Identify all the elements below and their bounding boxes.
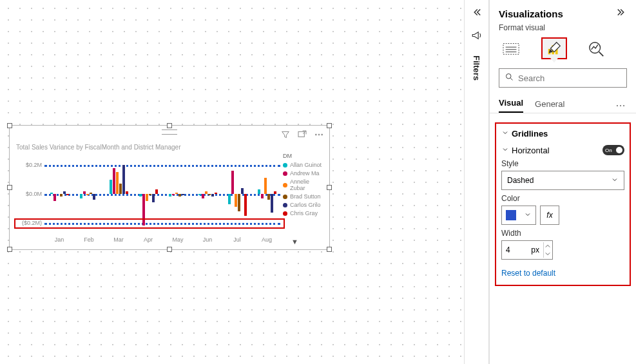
chart-bar[interactable]	[116, 172, 119, 194]
resize-handle[interactable]	[167, 247, 172, 252]
legend-item[interactable]: Carlos Grilo	[283, 202, 325, 208]
chart-bar[interactable]	[142, 194, 145, 225]
chevron-down-icon	[524, 209, 532, 221]
y-tick-label: $0.0M	[19, 191, 42, 197]
svg-point-3	[322, 134, 323, 135]
chart-bar[interactable]	[175, 193, 178, 194]
legend-item[interactable]: Allan Guinot	[283, 162, 325, 168]
format-visual-tab[interactable]	[541, 37, 567, 59]
chevron-down-icon[interactable]	[501, 146, 509, 155]
color-label: Color	[501, 194, 624, 203]
legend-item[interactable]: Brad Sutton	[283, 193, 325, 200]
chart-plot-area: ($0.2M)$0.0M$0.2M JanFebMarAprMayJunJulA…	[44, 158, 280, 233]
width-unit: px	[531, 245, 539, 254]
filters-label[interactable]: Filters	[472, 55, 481, 81]
chart-bar[interactable]	[93, 194, 95, 200]
spinner-down-icon[interactable]	[544, 250, 551, 258]
chart-bar[interactable]	[50, 193, 53, 194]
chart-bar[interactable]	[53, 194, 56, 201]
style-dropdown[interactable]: Dashed	[501, 171, 624, 190]
chart-bar[interactable]	[66, 194, 69, 195]
drag-grip-icon[interactable]	[162, 129, 177, 135]
chart-bar[interactable]	[208, 194, 211, 195]
chart-bar[interactable]	[205, 191, 207, 194]
megaphone-icon[interactable]	[471, 30, 483, 44]
resize-handle[interactable]	[7, 123, 12, 128]
chart-bar[interactable]	[244, 194, 247, 216]
chart-bar[interactable]	[63, 191, 66, 194]
chart-bar[interactable]	[198, 194, 201, 195]
tab-more-icon[interactable]: …	[615, 97, 627, 113]
chart-bar[interactable]	[228, 194, 231, 204]
x-tick-label: Feb	[84, 236, 94, 243]
chart-bar[interactable]	[113, 168, 115, 194]
search-input[interactable]	[518, 73, 626, 83]
chart-bar[interactable]	[146, 194, 148, 201]
chart-bar[interactable]	[231, 171, 234, 194]
visual-container[interactable]: Total Sales Variance by FiscalMonth and …	[9, 125, 330, 250]
chart-bar[interactable]	[261, 194, 264, 198]
resize-handle[interactable]	[7, 185, 12, 190]
chart-bar[interactable]	[267, 194, 270, 200]
chart-bar[interactable]	[264, 178, 267, 194]
legend-label: Brad Sutton	[290, 193, 321, 200]
resize-handle[interactable]	[7, 247, 12, 252]
horizontal-toggle[interactable]: On	[602, 145, 624, 155]
chart-bar[interactable]	[238, 194, 240, 211]
fx-button[interactable]: fx	[540, 206, 559, 225]
chart-bar[interactable]	[235, 194, 237, 207]
legend-item[interactable]: Chris Gray	[283, 210, 325, 216]
width-spinner[interactable]: 4 px	[501, 240, 553, 260]
gridlines-title: Gridlines	[512, 129, 548, 139]
chart-bar[interactable]	[274, 191, 276, 194]
chart-bar[interactable]	[211, 194, 214, 196]
resize-handle[interactable]	[327, 247, 332, 252]
expand-chevron-icon[interactable]	[471, 6, 483, 21]
tab-general[interactable]: General	[535, 95, 564, 113]
chart-bar[interactable]	[169, 194, 171, 196]
chart-bar[interactable]	[86, 194, 89, 195]
filter-icon[interactable]	[280, 129, 291, 142]
chart-bar[interactable]	[155, 189, 158, 194]
chart-bar[interactable]	[172, 194, 175, 195]
spinner-up-icon[interactable]	[544, 242, 551, 250]
more-options-icon[interactable]	[314, 129, 324, 142]
gridlines-section: Gridlines Horizontal On Style Dashed Col…	[495, 122, 631, 286]
chart-bar[interactable]	[119, 184, 122, 194]
chart-bar[interactable]	[139, 194, 142, 196]
chart-bar[interactable]	[178, 194, 181, 196]
chart-bar[interactable]	[258, 189, 260, 194]
chevron-down-icon[interactable]	[501, 129, 509, 139]
svg-point-13	[506, 73, 512, 79]
chart-bar[interactable]	[215, 193, 217, 194]
chart-bar[interactable]	[149, 194, 151, 195]
resize-handle[interactable]	[327, 123, 332, 128]
chart-bar[interactable]	[202, 194, 204, 198]
chart-bar[interactable]	[271, 194, 273, 213]
legend-pager-icon[interactable]: ▼	[291, 238, 298, 245]
chart-bar[interactable]	[110, 180, 112, 194]
collapse-chevron-icon[interactable]	[615, 6, 627, 21]
chart-bar[interactable]	[90, 193, 92, 194]
legend-item[interactable]: Annelie Zubar	[283, 178, 325, 191]
chart-bar[interactable]	[182, 194, 184, 195]
chart-bar[interactable]	[241, 188, 244, 194]
analytics-tab[interactable]	[584, 37, 610, 59]
focus-mode-icon[interactable]	[297, 129, 307, 142]
chart-bar[interactable]	[152, 194, 155, 202]
resize-handle[interactable]	[327, 185, 332, 190]
toggle-label: On	[605, 148, 612, 153]
chart-bar[interactable]	[83, 191, 86, 194]
chart-bar[interactable]	[122, 165, 125, 194]
report-canvas[interactable]: Total Sales Variance by FiscalMonth and …	[0, 0, 465, 364]
build-visual-tab[interactable]	[499, 37, 525, 59]
legend-item[interactable]: Andrew Ma	[283, 170, 325, 177]
chart-bar[interactable]	[60, 194, 63, 196]
chart-bar[interactable]	[80, 194, 82, 198]
color-picker[interactable]	[501, 206, 536, 225]
resize-handle[interactable]	[167, 123, 172, 128]
chart-bar[interactable]	[126, 191, 128, 194]
reset-to-default-link[interactable]: Reset to default	[501, 269, 555, 278]
search-box[interactable]	[499, 68, 627, 88]
tab-visual[interactable]: Visual	[499, 94, 523, 113]
